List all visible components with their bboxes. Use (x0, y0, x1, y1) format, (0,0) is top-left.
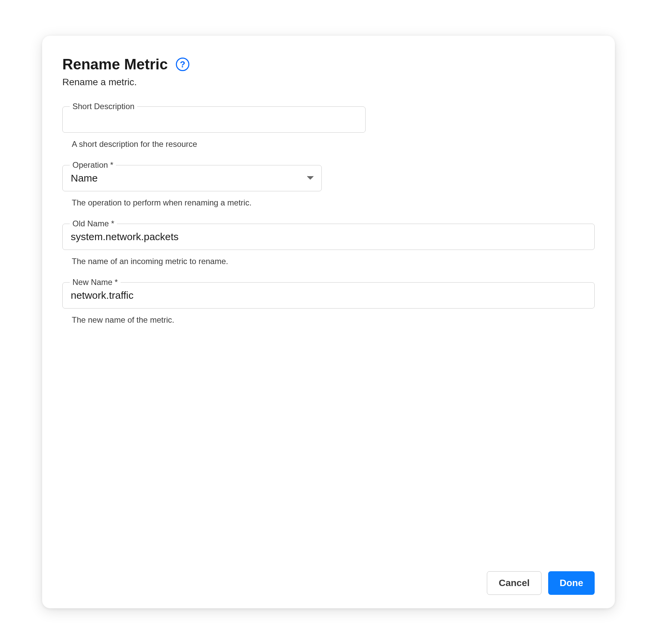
operation-label: Operation * (70, 160, 116, 170)
old-name-field-group: Old Name * The name of an incoming metri… (62, 224, 595, 266)
short-description-helper: A short description for the resource (72, 139, 595, 149)
new-name-field-group: New Name * The new name of the metric. (62, 282, 595, 325)
new-name-input[interactable] (62, 282, 595, 308)
dialog-title: Rename Metric (62, 56, 168, 73)
done-button[interactable]: Done (548, 571, 595, 595)
operation-selected-value: Name (71, 172, 98, 184)
old-name-label: Old Name * (70, 219, 117, 228)
help-icon[interactable]: ? (176, 58, 189, 71)
short-description-field-group: Short Description A short description fo… (62, 107, 595, 149)
help-icon-glyph: ? (180, 59, 185, 70)
cancel-button[interactable]: Cancel (487, 571, 541, 595)
old-name-helper: The name of an incoming metric to rename… (72, 257, 595, 266)
form-content: Short Description A short description fo… (62, 107, 595, 558)
dialog-subtitle: Rename a metric. (62, 77, 595, 88)
operation-field-group: Operation * Name The operation to perfor… (62, 165, 595, 207)
dialog-footer: Cancel Done (62, 558, 595, 595)
short-description-label: Short Description (70, 102, 137, 111)
new-name-helper: The new name of the metric. (72, 315, 595, 325)
old-name-input[interactable] (62, 224, 595, 250)
dialog-header: Rename Metric ? (62, 56, 595, 73)
operation-helper: The operation to perform when renaming a… (72, 198, 595, 207)
new-name-label: New Name * (70, 278, 121, 287)
rename-metric-dialog: Rename Metric ? Rename a metric. Short D… (42, 36, 615, 608)
